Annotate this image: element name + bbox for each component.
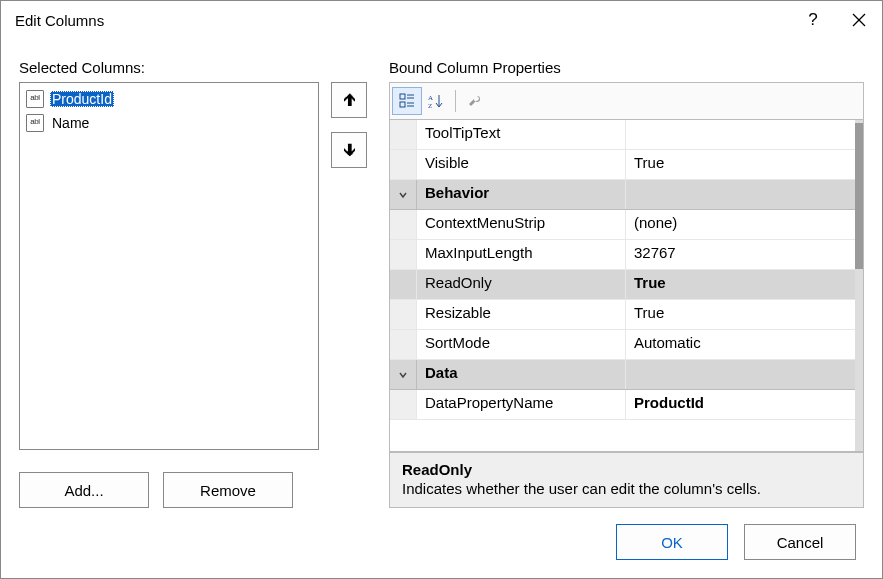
property-value[interactable]: (none) xyxy=(626,210,855,239)
property-category-name: Data xyxy=(417,360,626,389)
property-description: ReadOnly Indicates whether the user can … xyxy=(389,452,864,508)
property-value[interactable] xyxy=(626,120,855,149)
property-name: MaxInputLength xyxy=(417,240,626,269)
property-value[interactable]: Automatic xyxy=(626,330,855,359)
wrench-icon xyxy=(467,93,483,109)
property-category-header[interactable]: Behavior xyxy=(390,180,855,210)
properties-panel: Bound Column Properties A Z xyxy=(389,53,864,508)
property-gutter xyxy=(390,240,417,269)
property-name: Resizable xyxy=(417,300,626,329)
property-value[interactable]: True xyxy=(626,150,855,179)
property-toolbar: A Z xyxy=(389,82,864,120)
property-row[interactable]: SortModeAutomatic xyxy=(390,330,855,360)
property-grid-scrollbar[interactable] xyxy=(855,120,863,451)
list-item-label: Name xyxy=(50,115,91,131)
property-row[interactable]: ToolTipText xyxy=(390,120,855,150)
property-name: ReadOnly xyxy=(417,270,626,299)
cancel-button[interactable]: Cancel xyxy=(744,524,856,560)
property-pages-button[interactable] xyxy=(461,88,489,114)
property-value[interactable]: ProductId xyxy=(626,390,855,419)
titlebar: Edit Columns ? xyxy=(1,1,882,39)
property-category-name: Behavior xyxy=(417,180,626,209)
remove-button[interactable]: Remove xyxy=(163,472,293,508)
arrow-up-icon: 🡱 xyxy=(342,93,357,108)
move-up-button[interactable]: 🡱 xyxy=(331,82,367,118)
reorder-buttons: 🡱 🡳 xyxy=(331,82,367,456)
property-gutter xyxy=(390,150,417,179)
property-category-header[interactable]: Data xyxy=(390,360,855,390)
property-value[interactable]: True xyxy=(626,300,855,329)
property-gutter xyxy=(390,330,417,359)
property-value[interactable]: True xyxy=(626,270,855,299)
help-button[interactable]: ? xyxy=(790,1,836,39)
property-description-title: ReadOnly xyxy=(402,461,851,478)
list-item[interactable]: Name xyxy=(23,111,315,135)
dialog-footer: OK Cancel xyxy=(1,508,882,578)
property-value[interactable]: 32767 xyxy=(626,240,855,269)
property-category-filler xyxy=(626,180,855,209)
add-button[interactable]: Add... xyxy=(19,472,149,508)
dialog-body: Selected Columns: ProductIdName 🡱 🡳 Add.… xyxy=(1,39,882,508)
property-row[interactable]: ReadOnlyTrue xyxy=(390,270,855,300)
property-name: SortMode xyxy=(417,330,626,359)
svg-rect-5 xyxy=(400,102,405,107)
categorized-icon xyxy=(399,93,415,109)
close-button[interactable] xyxy=(836,1,882,39)
property-category-filler xyxy=(626,360,855,389)
list-item[interactable]: ProductId xyxy=(23,87,315,111)
selected-columns-list[interactable]: ProductIdName xyxy=(19,82,319,450)
close-icon xyxy=(852,13,866,27)
toolbar-separator xyxy=(455,90,456,112)
property-row[interactable]: ContextMenuStrip(none) xyxy=(390,210,855,240)
window-title: Edit Columns xyxy=(15,12,790,29)
property-name: ToolTipText xyxy=(417,120,626,149)
ok-button[interactable]: OK xyxy=(616,524,728,560)
property-gutter xyxy=(390,210,417,239)
edit-columns-dialog: Edit Columns ? Selected Columns: Product… xyxy=(0,0,883,579)
collapse-icon[interactable] xyxy=(390,180,417,209)
categorized-view-button[interactable] xyxy=(392,87,422,115)
property-grid[interactable]: ToolTipTextVisibleTrueBehaviorContextMen… xyxy=(390,120,855,451)
property-name: Visible xyxy=(417,150,626,179)
textbox-column-icon xyxy=(26,114,44,132)
property-row[interactable]: VisibleTrue xyxy=(390,150,855,180)
svg-text:A: A xyxy=(428,94,433,102)
arrow-down-icon: 🡳 xyxy=(342,143,357,158)
property-description-text: Indicates whether the user can edit the … xyxy=(402,480,851,497)
svg-rect-2 xyxy=(400,94,405,99)
property-gutter xyxy=(390,120,417,149)
selected-columns-label: Selected Columns: xyxy=(19,59,367,76)
textbox-column-icon xyxy=(26,90,44,108)
property-name: DataPropertyName xyxy=(417,390,626,419)
properties-label: Bound Column Properties xyxy=(389,59,864,76)
selected-columns-panel: Selected Columns: ProductIdName 🡱 🡳 Add.… xyxy=(19,53,367,508)
property-row[interactable]: DataPropertyNameProductId xyxy=(390,390,855,420)
alphabetical-view-button[interactable]: A Z xyxy=(422,88,450,114)
property-gutter xyxy=(390,390,417,419)
property-gutter xyxy=(390,300,417,329)
svg-text:Z: Z xyxy=(428,102,432,109)
collapse-icon[interactable] xyxy=(390,360,417,389)
help-icon: ? xyxy=(808,10,817,30)
property-row[interactable]: MaxInputLength32767 xyxy=(390,240,855,270)
property-name: ContextMenuStrip xyxy=(417,210,626,239)
list-item-label: ProductId xyxy=(50,91,114,107)
move-down-button[interactable]: 🡳 xyxy=(331,132,367,168)
alphabetical-icon: A Z xyxy=(428,93,444,109)
property-gutter xyxy=(390,270,417,299)
property-row[interactable]: ResizableTrue xyxy=(390,300,855,330)
